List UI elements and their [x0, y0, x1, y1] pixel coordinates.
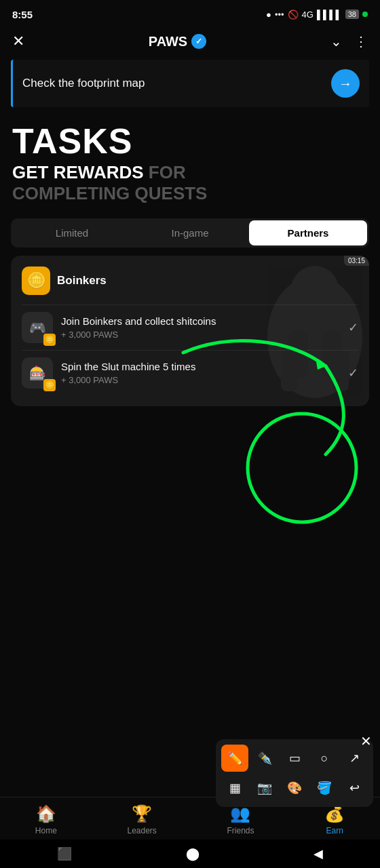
- subtitle-get-rewards: GET REWARDS: [12, 162, 144, 182]
- quest-text-2: Spin the Slut machine 5 times + 3,000 PA…: [61, 360, 340, 385]
- nav-item-friends[interactable]: 👥 Friends: [227, 804, 254, 835]
- home-label: Home: [35, 826, 57, 835]
- tool-grid[interactable]: ▦: [221, 774, 248, 802]
- android-stop-button[interactable]: ⬛: [57, 846, 72, 861]
- android-home-button[interactable]: ⬤: [186, 846, 200, 861]
- status-time: 8:55: [12, 9, 33, 20]
- coin-badge-icon-2: 🪙: [43, 379, 56, 391]
- slot-icon: 🎰: [29, 365, 46, 381]
- wifi-icon: ●: [266, 9, 271, 20]
- tab-in-game[interactable]: In-game: [131, 220, 249, 245]
- quest-reward-2: + 3,000 PAWS: [61, 375, 340, 385]
- tool-undo[interactable]: ↩: [341, 774, 368, 802]
- app-title: PAWS: [149, 34, 187, 50]
- signal-label: 4G: [302, 9, 314, 20]
- android-back-button[interactable]: ◀: [314, 846, 323, 861]
- battery-dot: [362, 12, 368, 17]
- card-header: 🪙 Boinkers: [22, 267, 358, 295]
- android-nav: ⬛ ⬤ ◀: [0, 840, 380, 868]
- leaders-label: Leaders: [127, 826, 156, 835]
- status-bar: 8:55 ● ••• 🚫 4G ▌▌▌▌ 38: [0, 0, 380, 26]
- tool-circle[interactable]: ○: [311, 745, 338, 772]
- nav-item-home[interactable]: 🏠 Home: [35, 804, 57, 835]
- drawing-toolbar: ✏️ ✒️ ▭ ○ ↗ ▦ 📷 🎨 🪣 ↩: [216, 739, 373, 807]
- tasks-title: TASKS: [12, 122, 368, 161]
- tool-screenshot[interactable]: 📷: [251, 774, 278, 802]
- quest-name-1: Join Boinkers and collect shitcoins: [61, 315, 340, 328]
- tool-color[interactable]: 🎨: [281, 774, 308, 802]
- chevron-down-icon[interactable]: ⌄: [330, 33, 342, 50]
- coin-badge-icon: 🪙: [43, 334, 56, 346]
- nav-bar: ✕ PAWS ✓ ⌄ ⋮: [0, 26, 380, 57]
- signal-bars: ▌▌▌▌: [317, 9, 342, 20]
- svg-point-7: [248, 414, 356, 522]
- toolbar-close-button[interactable]: ✕: [360, 733, 372, 749]
- tab-limited[interactable]: Limited: [13, 220, 131, 245]
- friends-icon: 👥: [230, 804, 250, 823]
- quest-icon-2: 🎰 🪙: [22, 357, 53, 389]
- subtitle-completing: COMPLETING QUESTS: [12, 183, 207, 203]
- tool-rectangle[interactable]: ▭: [281, 745, 308, 772]
- timer-badge: 03:15: [344, 256, 369, 266]
- quest-check-2: ✓: [348, 366, 358, 380]
- arrow-right-icon: →: [339, 76, 352, 92]
- no-sim-icon: 🚫: [288, 9, 299, 20]
- game-icon: 🎮: [29, 319, 46, 336]
- tabs-container: Limited In-game Partners: [11, 218, 369, 248]
- quest-item-2[interactable]: 🎰 🪙 Spin the Slut machine 5 times + 3,00…: [22, 350, 358, 395]
- footprint-banner: Check the footprint map →: [11, 60, 369, 107]
- tool-pencil[interactable]: ✏️: [221, 745, 248, 772]
- earn-icon: 💰: [324, 804, 345, 823]
- tab-partners[interactable]: Partners: [249, 220, 367, 245]
- home-icon: 🏠: [36, 804, 56, 823]
- tasks-heading: TASKS GET REWARDS FOR COMPLETING QUESTS: [0, 117, 380, 206]
- friends-label: Friends: [227, 826, 254, 835]
- quest-name-2: Spin the Slut machine 5 times: [61, 360, 340, 374]
- quest-item-1[interactable]: 🎮 🪙 Join Boinkers and collect shitcoins …: [22, 304, 358, 350]
- tool-pen[interactable]: ✒️: [251, 745, 278, 772]
- more-options-icon[interactable]: ⋮: [354, 33, 368, 50]
- quest-check-1: ✓: [348, 320, 358, 335]
- banner-arrow-button[interactable]: →: [331, 69, 360, 98]
- nav-title-container: PAWS ✓: [149, 34, 206, 50]
- quest-icon-1: 🎮 🪙: [22, 312, 53, 343]
- card-title: Boinkers: [57, 274, 107, 288]
- status-right: ● ••• 🚫 4G ▌▌▌▌ 38: [266, 9, 368, 20]
- banner-text: Check the footprint map: [22, 77, 145, 90]
- subtitle-for: FOR: [149, 162, 186, 182]
- card-icon: 🪙: [22, 267, 50, 295]
- nav-item-earn[interactable]: 💰 Earn: [324, 804, 345, 835]
- close-button[interactable]: ✕: [12, 33, 24, 50]
- dots-icon: •••: [275, 9, 284, 20]
- nav-item-leaders[interactable]: 🏆 Leaders: [127, 804, 156, 835]
- quest-reward-1: + 3,000 PAWS: [61, 330, 340, 340]
- earn-label: Earn: [326, 826, 343, 835]
- tool-fill[interactable]: 🪣: [311, 774, 338, 802]
- nav-right: ⌄ ⋮: [330, 33, 368, 50]
- battery-level: 38: [345, 9, 359, 19]
- verified-badge: ✓: [191, 34, 206, 49]
- tasks-subtitle: GET REWARDS FOR COMPLETING QUESTS: [12, 162, 368, 204]
- quest-text-1: Join Boinkers and collect shitcoins + 3,…: [61, 315, 340, 340]
- quest-card: 03:15 🪙 Boinkers 🎮 🪙 Join Boinkers and c…: [11, 256, 369, 406]
- boinkers-icon: 🪙: [27, 272, 45, 290]
- leaders-icon: 🏆: [132, 804, 152, 823]
